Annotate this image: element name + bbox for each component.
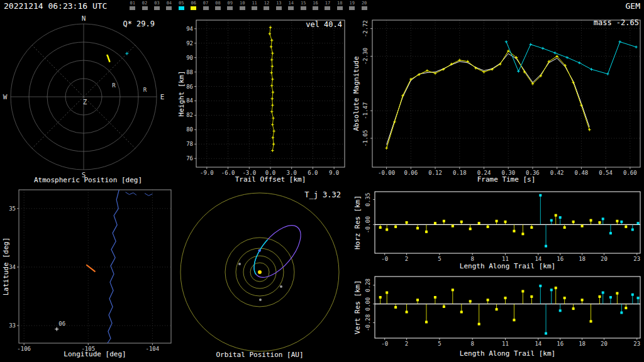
svg-text:86: 86 (186, 84, 193, 90)
svg-text:06: 06 (58, 321, 65, 327)
svg-text:82: 82 (186, 112, 193, 118)
svg-text:N: N (82, 14, 86, 23)
svg-text:11: 11 (502, 341, 509, 347)
svg-text:20: 20 (601, 256, 608, 262)
svg-text:2: 2 (405, 256, 408, 262)
svg-text:92: 92 (186, 40, 193, 47)
frame-time-title: Frame Time [s] (425, 175, 588, 184)
svg-text:8: 8 (470, 256, 474, 262)
svg-text:-0: -0 (381, 256, 388, 262)
svg-text:16: 16 (557, 341, 564, 347)
horz-res-xlabel: Length Along Trail [km] (426, 262, 589, 270)
svg-text:-0.00: -0.00 (378, 170, 395, 176)
mass-label: mass -2.65 (546, 19, 639, 27)
svg-text:0.54: 0.54 (599, 170, 613, 176)
longitude-title: Longitude [deg] (13, 350, 177, 358)
svg-text:-2.30: -2.30 (362, 48, 369, 65)
svg-text:-0: -0 (381, 341, 388, 347)
svg-text:0.35: 0.35 (365, 193, 371, 207)
trail-offset-title: Trail Offset [km] (189, 175, 352, 184)
svg-text:0.00: 0.00 (365, 297, 371, 311)
svg-text:23: 23 (633, 256, 640, 262)
velocity-label: vel 40.4 (264, 21, 342, 29)
svg-text:5: 5 (438, 256, 441, 262)
svg-text:78: 78 (186, 141, 193, 147)
svg-text:80: 80 (186, 126, 193, 133)
q-value-label: Q* 29.9 (94, 20, 155, 28)
svg-text:33: 33 (9, 322, 16, 329)
svg-text:E: E (160, 93, 165, 101)
svg-text:Z: Z (83, 98, 87, 106)
svg-text:18: 18 (579, 256, 586, 262)
svg-text:-2.72: -2.72 (362, 20, 369, 37)
svg-text:-0.00: -0.00 (365, 216, 371, 233)
vert-res-axis-label: Vert Res [km] (353, 280, 362, 334)
svg-text:5: 5 (438, 341, 441, 347)
svg-text:84: 84 (186, 97, 193, 104)
orbital-title: Orbital Position [AU] (178, 351, 341, 359)
svg-text:35: 35 (9, 206, 16, 212)
horz-res-axis-label: Horz Res [km] (353, 195, 362, 250)
atmospheric-title: Atmospheric Position [deg] (0, 176, 176, 184)
svg-text:20: 20 (601, 341, 608, 347)
svg-text:-1.47: -1.47 (362, 102, 369, 119)
tisserand-label: T_j 3.32 (264, 191, 341, 199)
svg-text:8: 8 (470, 341, 474, 347)
svg-text:W: W (3, 93, 8, 101)
svg-text:R: R (143, 87, 147, 93)
svg-text:-0.28: -0.28 (365, 314, 371, 331)
svg-text:76: 76 (186, 155, 193, 162)
svg-text:0.28: 0.28 (365, 278, 371, 292)
svg-text:2: 2 (405, 341, 408, 347)
svg-text:88: 88 (186, 69, 193, 75)
svg-text:0.06: 0.06 (404, 170, 418, 176)
svg-text:14: 14 (535, 256, 541, 262)
svg-text:23: 23 (633, 341, 640, 347)
vert-res-xlabel: Length Along Trail [km] (426, 349, 589, 358)
meteor-summary-screen: 20221214 06:23:16 UTC 010203040506070809… (0, 0, 644, 362)
svg-text:90: 90 (186, 55, 193, 61)
svg-text:14: 14 (535, 341, 541, 347)
latitude-axis-label: Latitude [deg] (2, 238, 10, 296)
svg-text:34: 34 (9, 264, 16, 270)
magnitude-axis-label: Absolute Magnitude (352, 56, 360, 131)
svg-text:18: 18 (579, 341, 586, 347)
svg-text:16: 16 (557, 256, 564, 262)
svg-text:11: 11 (502, 256, 509, 262)
svg-text:R: R (112, 82, 116, 89)
svg-text:0.60: 0.60 (623, 170, 637, 176)
height-axis-label: Height [km] (177, 71, 186, 117)
svg-text:-1.05: -1.05 (362, 129, 369, 146)
svg-text:94: 94 (186, 26, 193, 32)
